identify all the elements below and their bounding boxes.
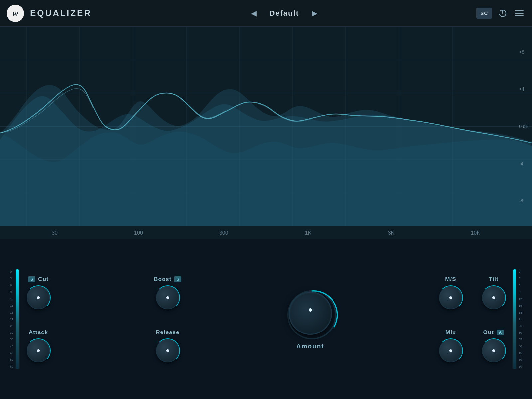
- out-label: Out: [483, 329, 494, 336]
- vu-label: 12: [10, 297, 13, 301]
- vu-label: 40: [519, 345, 522, 348]
- vu-label: 21: [519, 318, 522, 321]
- boost-label: Boost: [154, 276, 171, 283]
- boost-release-group: Boost S Release: [154, 276, 181, 362]
- menu-icon: [515, 13, 524, 14]
- out-knob-ring: [481, 338, 506, 363]
- vu-label: 3: [10, 277, 13, 280]
- attack-knob-ring: [26, 338, 51, 363]
- ms-label: M/S: [445, 276, 456, 283]
- amount-label: Amount: [296, 343, 324, 350]
- release-label: Release: [156, 329, 179, 336]
- vu-label: 9: [519, 290, 522, 294]
- mix-knob-ring: [438, 338, 463, 363]
- freq-label-300: 300: [219, 230, 228, 236]
- cut-label-row: S Cut: [28, 276, 48, 283]
- ms-knob[interactable]: [439, 286, 462, 309]
- freq-label-10k: 10K: [471, 230, 480, 236]
- app-title: EQUALIZER: [30, 8, 92, 18]
- out-label-row: Out A: [483, 329, 504, 336]
- vu-label: 15: [10, 304, 13, 307]
- mix-knob[interactable]: [439, 339, 462, 362]
- controls-panel: 0 3 6 9 12 15 18 21 25 30 35 40 45 50 60…: [0, 239, 532, 399]
- ms-mix-group: M/S Mix: [439, 276, 462, 362]
- cut-s-badge[interactable]: S: [28, 276, 35, 282]
- freq-label-100: 100: [134, 230, 143, 236]
- freq-label-1k: 1K: [305, 230, 312, 236]
- boost-label-row: Boost S: [154, 276, 181, 283]
- vu-label: 40: [10, 345, 13, 348]
- boost-section: Boost S: [154, 276, 181, 309]
- cut-knob[interactable]: [27, 286, 50, 309]
- power-button[interactable]: [497, 7, 509, 19]
- out-a-badge[interactable]: A: [497, 330, 504, 335]
- header: w EQUALIZER ◀ Default ▶ SC: [0, 0, 532, 27]
- sc-button[interactable]: SC: [476, 8, 492, 19]
- vu-label: 3: [519, 277, 522, 280]
- vu-label: 6: [10, 284, 13, 287]
- attack-knob[interactable]: [27, 339, 50, 362]
- vu-label: 60: [519, 365, 522, 368]
- tilt-knob[interactable]: [482, 286, 505, 309]
- release-section: Release: [156, 329, 179, 362]
- menu-icon: [515, 10, 524, 11]
- header-controls: SC: [476, 7, 525, 19]
- vu-label: 9: [10, 290, 13, 294]
- db-labels: +8 +4 0 dB -4 -8: [519, 27, 529, 226]
- vu-label: 50: [519, 358, 522, 361]
- vu-label: 12: [519, 297, 522, 301]
- boost-s-badge[interactable]: S: [174, 276, 181, 282]
- freq-labels: 30 100 300 1K 3K 10K: [0, 230, 532, 236]
- vu-label: 30: [519, 331, 522, 334]
- out-section: Out A: [482, 329, 505, 362]
- right-vu-labels: 0 3 6 9 12 15 18 21 25 30 35 40 45 50 60: [519, 269, 522, 369]
- freq-label-3k: 3K: [388, 230, 395, 236]
- db-label-zero: 0 dB: [519, 124, 529, 129]
- tilt-knob-ring: [481, 285, 506, 310]
- logo: w: [7, 5, 24, 22]
- menu-button[interactable]: [513, 7, 525, 19]
- ms-knob-ring: [438, 285, 463, 310]
- right-knob-group: M/S Mix Tilt: [439, 276, 505, 362]
- vu-label: 45: [519, 351, 522, 355]
- menu-icon: [515, 15, 524, 16]
- vu-label: 25: [519, 324, 522, 328]
- left-vu-bar: [15, 269, 20, 369]
- mix-label: Mix: [445, 329, 456, 336]
- left-vu-labels: 0 3 6 9 12 15 18 21 25 30 35 40 45 50 60: [10, 269, 13, 369]
- vu-label: 0: [10, 270, 13, 273]
- vu-label: 0: [519, 270, 522, 273]
- vu-label: 50: [10, 358, 13, 361]
- power-icon: [498, 9, 507, 18]
- preset-nav: ◀ Default ▶: [92, 6, 476, 20]
- cut-knob-ring: [26, 285, 51, 310]
- boost-knob[interactable]: [156, 286, 179, 309]
- right-vu-bar: [512, 269, 517, 369]
- preset-next-button[interactable]: ▶: [309, 6, 320, 20]
- vu-label: 30: [10, 331, 13, 334]
- amount-knob-container: [285, 288, 335, 338]
- vu-label: 35: [519, 338, 522, 341]
- out-knob[interactable]: [482, 339, 505, 362]
- db-label-minus8: -8: [519, 198, 529, 203]
- db-label-minus4: -4: [519, 161, 529, 166]
- amount-section: Amount: [285, 288, 335, 350]
- preset-prev-button[interactable]: ◀: [248, 6, 259, 20]
- preset-name: Default: [269, 9, 299, 18]
- attack-label: Attack: [29, 329, 48, 336]
- vu-label: 18: [519, 311, 522, 314]
- vu-label: 45: [10, 351, 13, 355]
- logo-letter: w: [12, 8, 18, 18]
- vu-label: 25: [10, 324, 13, 328]
- release-knob[interactable]: [156, 339, 179, 362]
- tilt-section: Tilt: [482, 276, 505, 309]
- amount-knob[interactable]: [289, 292, 332, 335]
- left-knob-group: S Cut Attack: [27, 276, 50, 362]
- freq-label-30: 30: [52, 230, 58, 236]
- tilt-out-group: Tilt Out A: [482, 276, 505, 362]
- release-knob-ring: [155, 338, 180, 363]
- eq-display: +8 +4 0 dB -4 -8 30 100 300 1K 3K 10K: [0, 27, 532, 239]
- vu-label: 21: [10, 318, 13, 321]
- eq-curve-svg: [0, 27, 532, 239]
- vu-label: 15: [519, 304, 522, 307]
